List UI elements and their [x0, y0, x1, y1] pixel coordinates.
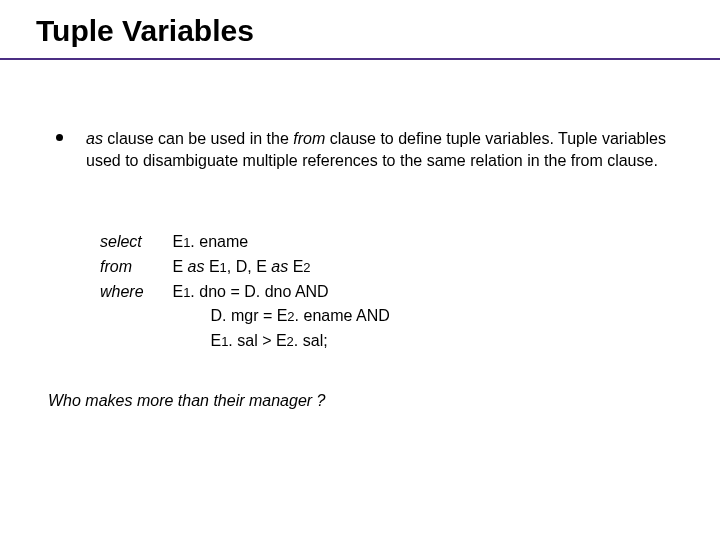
sql-l5: E1. sal > E2. sal; [210, 332, 327, 349]
sql-line-2: from E as E1, D, E as E2 [100, 255, 390, 280]
sub-2b: 2 [287, 309, 294, 324]
sql-line-5: E1. sal > E2. sal; [100, 329, 390, 354]
sql-line-3: where E1. dno = D. dno AND [100, 280, 390, 305]
select-keyword: select [100, 230, 168, 255]
as-keyword-1: as [188, 258, 205, 275]
bullet-item: as clause can be used in the from clause… [56, 128, 666, 171]
sql-l2-c: E2 [288, 258, 310, 275]
sql-block: select E1. ename from E as E1, D, E as E… [100, 230, 390, 354]
sql-l2-a: E [172, 258, 187, 275]
bullet-seg2: clause can be used in the [107, 130, 293, 147]
page-title: Tuple Variables [36, 14, 254, 48]
sql-l1-rest: E1. ename [172, 233, 248, 250]
from-keyword: from [100, 255, 168, 280]
bullet-seg1: as [86, 130, 107, 147]
bullet-seg3: from [293, 130, 329, 147]
sub-1d: 1 [221, 334, 228, 349]
slide: Tuple Variables as clause can be used in… [0, 0, 720, 540]
where-keyword: where [100, 280, 168, 305]
question-text: Who makes more than their manager ? [48, 392, 325, 410]
sub-1c: 1 [183, 285, 190, 300]
bullet-dot-icon [56, 134, 63, 141]
sql-l4: D. mgr = E2. ename AND [210, 307, 389, 324]
sub-1a: 1 [183, 235, 190, 250]
sql-line-1: select E1. ename [100, 230, 390, 255]
sub-1b: 1 [220, 260, 227, 275]
sql-line-4: D. mgr = E2. ename AND [100, 304, 390, 329]
sql-l2-b: E1, D, E [204, 258, 271, 275]
sub-2a: 2 [303, 260, 310, 275]
title-underline [0, 58, 720, 60]
sub-2c: 2 [287, 334, 294, 349]
sql-l3: E1. dno = D. dno AND [172, 283, 328, 300]
as-keyword-2: as [271, 258, 288, 275]
bullet-text: as clause can be used in the from clause… [86, 128, 666, 171]
